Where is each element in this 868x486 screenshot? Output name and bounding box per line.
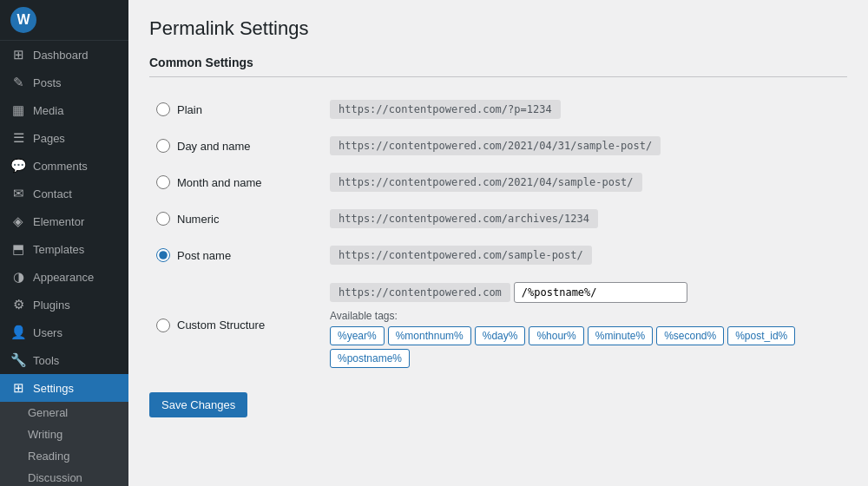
sidebar-item-comments[interactable]: 💬 Comments (0, 152, 128, 180)
tag-button[interactable]: %year% (330, 326, 385, 345)
comments-icon: 💬 (10, 158, 26, 174)
sidebar-item-label: Comments (33, 160, 88, 173)
sidebar-item-label: Appearance (33, 271, 94, 284)
sidebar-item-label: Posts (33, 76, 62, 89)
sidebar-item-label: Plugins (33, 299, 70, 312)
custom-structure-inputs: https://contentpowered.com (330, 282, 840, 303)
numeric-url: https://contentpowered.com/archives/1234 (330, 209, 598, 228)
appearance-icon: ◑ (10, 269, 26, 285)
day-radio[interactable] (156, 139, 170, 153)
sidebar-sub-general[interactable]: General (0, 402, 128, 424)
numeric-radio-label[interactable]: Numeric (156, 212, 316, 226)
available-tags-label: Available tags: (330, 310, 840, 322)
plain-radio-label[interactable]: Plain (156, 102, 316, 116)
custom-label: Custom Structure (177, 319, 265, 332)
sidebar-item-label: Elementor (33, 215, 84, 228)
tools-icon: 🔧 (10, 352, 26, 368)
sidebar-item-settings[interactable]: ⊞ Settings (0, 374, 128, 402)
sidebar-item-label: Users (33, 326, 62, 339)
plain-label: Plain (177, 103, 202, 116)
sidebar-sub-discussion[interactable]: Discussion (0, 467, 128, 486)
sidebar-item-label: Dashboard (33, 49, 89, 62)
tag-button[interactable]: %minute% (588, 326, 653, 345)
pages-icon: ☰ (10, 130, 26, 146)
table-row: Month and name https://contentpowered.co… (149, 164, 847, 200)
contact-icon: ✉ (10, 186, 26, 201)
sidebar-logo: W (0, 0, 128, 41)
month-radio-label[interactable]: Month and name (156, 175, 316, 189)
day-url: https://contentpowered.com/2021/04/31/sa… (330, 136, 661, 155)
day-radio-label[interactable]: Day and name (156, 139, 316, 153)
dashboard-icon: ⊞ (10, 47, 26, 62)
month-label: Month and name (177, 176, 262, 189)
sidebar-item-contact[interactable]: ✉ Contact (0, 180, 128, 207)
tag-button[interactable]: %day% (475, 326, 526, 345)
month-url: https://contentpowered.com/2021/04/sampl… (330, 173, 642, 192)
settings-submenu: General Writing Reading Discussion Media (0, 402, 128, 486)
settings-icon: ⊞ (10, 380, 26, 396)
elementor-icon: ◈ (10, 213, 26, 229)
sidebar-item-appearance[interactable]: ◑ Appearance (0, 263, 128, 291)
plain-url: https://contentpowered.com/?p=1234 (330, 100, 561, 119)
table-row: Post name https://contentpowered.com/sam… (149, 237, 847, 273)
tags-list: %year%%monthnum%%day%%hour%%minute%%seco… (330, 326, 840, 368)
postname-label: Post name (177, 249, 231, 262)
tag-button[interactable]: %post_id% (727, 326, 795, 345)
tag-button[interactable]: %postname% (330, 349, 410, 368)
section-title: Common Settings (149, 56, 847, 77)
sidebar-item-elementor[interactable]: ◈ Elementor (0, 207, 128, 235)
numeric-radio[interactable] (156, 212, 170, 226)
sidebar-item-plugins[interactable]: ⚙ Plugins (0, 291, 128, 319)
plugins-icon: ⚙ (10, 297, 26, 312)
sidebar-item-label: Settings (33, 382, 74, 395)
numeric-label: Numeric (177, 213, 219, 226)
sidebar-item-label: Templates (33, 243, 84, 256)
available-tags: Available tags: %year%%monthnum%%day%%ho… (330, 310, 840, 368)
tag-button[interactable]: %second% (656, 326, 724, 345)
sidebar-item-dashboard[interactable]: ⊞ Dashboard (0, 41, 128, 69)
sidebar-sub-writing[interactable]: Writing (0, 424, 128, 445)
sidebar-item-pages[interactable]: ☰ Pages (0, 124, 128, 152)
sidebar-item-templates[interactable]: ⬒ Templates (0, 235, 128, 263)
save-changes-button[interactable]: Save Changes (149, 392, 247, 417)
permalink-options-table: Plain https://contentpowered.com/?p=1234… (149, 91, 847, 377)
day-label: Day and name (177, 140, 251, 153)
templates-icon: ⬒ (10, 241, 26, 257)
table-row: Custom Structure https://contentpowered.… (149, 273, 847, 377)
page-title: Permalink Settings (149, 17, 847, 40)
tag-button[interactable]: %monthnum% (388, 326, 471, 345)
custom-url-input[interactable] (514, 282, 687, 303)
custom-url-prefix: https://contentpowered.com (330, 283, 510, 302)
sidebar-item-label: Tools (33, 354, 59, 367)
sidebar-item-label: Pages (33, 132, 65, 145)
tag-button[interactable]: %hour% (529, 326, 583, 345)
table-row: Plain https://contentpowered.com/?p=1234 (149, 91, 847, 128)
sidebar-item-users[interactable]: 👤 Users (0, 319, 128, 346)
month-radio[interactable] (156, 175, 170, 189)
sidebar-item-posts[interactable]: ✎ Posts (0, 69, 128, 96)
sidebar: W ⊞ Dashboard ✎ Posts ▦ Media ☰ Pages 💬 … (0, 0, 128, 486)
custom-radio[interactable] (156, 319, 170, 332)
sidebar-sub-reading[interactable]: Reading (0, 445, 128, 467)
users-icon: 👤 (10, 325, 26, 340)
postname-radio-label[interactable]: Post name (156, 248, 316, 262)
custom-radio-label[interactable]: Custom Structure (156, 319, 316, 332)
plain-radio[interactable] (156, 102, 170, 116)
sidebar-item-label: Media (33, 104, 63, 117)
sidebar-item-label: Contact (33, 187, 72, 200)
sidebar-item-media[interactable]: ▦ Media (0, 96, 128, 124)
sidebar-item-tools[interactable]: 🔧 Tools (0, 346, 128, 374)
wp-logo-icon: W (10, 7, 36, 33)
table-row: Numeric https://contentpowered.com/archi… (149, 200, 847, 237)
postname-url: https://contentpowered.com/sample-post/ (330, 246, 592, 265)
postname-radio[interactable] (156, 248, 170, 262)
posts-icon: ✎ (10, 75, 26, 90)
table-row: Day and name https://contentpowered.com/… (149, 128, 847, 164)
media-icon: ▦ (10, 102, 26, 118)
main-content: Permalink Settings Common Settings Plain… (128, 0, 868, 486)
